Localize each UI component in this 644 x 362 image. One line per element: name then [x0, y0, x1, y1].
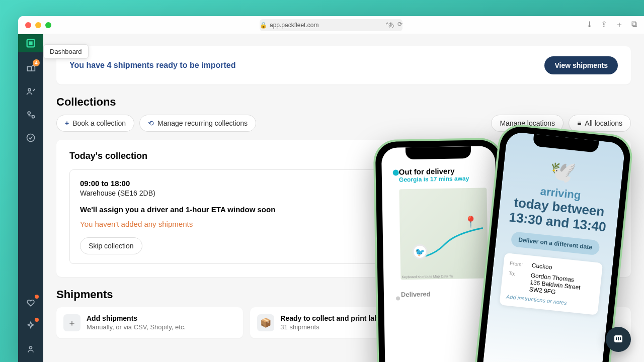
card-subtitle: 29 shipment	[474, 323, 513, 331]
collections-title: Collections	[56, 96, 631, 109]
notification-dot	[35, 295, 39, 299]
banner-message: You have 4 shipments ready to be importe…	[69, 61, 235, 70]
translate-icon[interactable]: ᴬあ	[386, 21, 394, 29]
import-banner: You have 4 shipments ready to be importe…	[56, 46, 631, 84]
collection-detail-box: 09:00 to 18:00 Warehouse (SE16 2DB) We'l…	[69, 169, 618, 264]
manage-locations-button[interactable]: Manage locations	[491, 115, 564, 132]
eta-message: We'll assign you a driver and 1-hour ETA…	[80, 205, 607, 214]
svg-rect-2	[27, 67, 31, 71]
svg-rect-11	[620, 337, 621, 340]
notification-dot	[35, 318, 39, 322]
new-tab-icon[interactable]: ＋	[615, 20, 623, 30]
manage-recurring-button[interactable]: ⟲ Manage recurring collections	[139, 115, 256, 132]
intercom-launcher[interactable]	[606, 327, 631, 352]
tabs-icon[interactable]: ⧉	[631, 20, 637, 30]
sidebar-item-favorites[interactable]	[24, 296, 38, 310]
url-text: app.packfleet.com	[270, 22, 318, 29]
window-minimize-button[interactable]	[35, 22, 41, 28]
card-title: Ready to collect and print labels	[280, 314, 388, 322]
sidebar-item-customers[interactable]	[24, 84, 38, 99]
truck-icon: 🚚	[451, 314, 468, 331]
svg-rect-9	[616, 337, 617, 340]
add-shipments-card[interactable]: ＋ Add shipments Manually, or via CSV, Sh…	[56, 307, 243, 338]
plus-icon: ＋	[63, 314, 80, 331]
sidebar-item-profile[interactable]	[24, 342, 38, 356]
all-locations-filter[interactable]: ≡ All locations	[569, 115, 631, 132]
card-title: On their wa	[474, 314, 513, 322]
sidebar: 4	[18, 34, 43, 362]
collection-time: 09:00 to 18:00	[80, 179, 607, 188]
browser-titlebar: 🔒 app.packfleet.com ᴬあ ⟳ ⤓ ⇪ ＋ ⧉	[18, 16, 644, 34]
card-subtitle: Manually, or via CSV, Shopify, etc.	[87, 323, 186, 331]
skip-collection-button[interactable]: Skip collection	[80, 237, 142, 254]
svg-rect-10	[618, 337, 619, 340]
svg-point-7	[30, 346, 32, 349]
window-close-button[interactable]	[25, 22, 31, 28]
svg-point-4	[28, 112, 30, 114]
on-their-way-card[interactable]: 🚚 On their wa 29 shipment	[444, 307, 631, 338]
ready-to-collect-card[interactable]: 📦 Ready to collect and print labels 31 s…	[250, 307, 437, 338]
collection-location: Warehouse (SE16 2DB)	[80, 189, 607, 197]
card-title: Add shipments	[87, 314, 186, 322]
box-icon: 📦	[257, 314, 274, 331]
today-title: Today's collection	[69, 151, 618, 161]
downloads-icon[interactable]: ⤓	[586, 20, 593, 30]
reload-icon[interactable]: ⟳	[397, 21, 403, 29]
app-logo[interactable]	[18, 34, 43, 52]
card-subtitle: 31 shipments	[280, 323, 388, 331]
main-content: You have 4 shipments ready to be importe…	[43, 34, 644, 362]
address-bar[interactable]: 🔒 app.packfleet.com ᴬあ ⟳	[260, 19, 403, 31]
sidebar-item-magic[interactable]	[24, 319, 38, 333]
svg-point-5	[32, 116, 35, 118]
shipments-title: Shipments	[56, 288, 631, 301]
svg-rect-1	[29, 41, 32, 45]
sidebar-item-tracking[interactable]	[24, 108, 38, 122]
svg-point-3	[28, 88, 31, 91]
book-collection-button[interactable]: + Book a collection	[56, 115, 134, 132]
sidebar-tooltip: Dashboard	[43, 44, 89, 59]
recurring-icon: ⟲	[148, 119, 154, 127]
filter-icon: ≡	[577, 119, 581, 127]
plus-icon: +	[65, 119, 69, 127]
todays-collection-card: Today's collection 09:00 to 18:00 Wareho…	[56, 140, 631, 277]
no-shipments-warning: You haven't added any shipments	[80, 220, 607, 228]
share-icon[interactable]: ⇪	[601, 20, 607, 30]
window-maximize-button[interactable]	[45, 22, 51, 28]
import-badge: 4	[33, 59, 40, 66]
lock-icon: 🔒	[260, 22, 267, 29]
sidebar-item-import[interactable]: 4	[24, 61, 38, 75]
view-shipments-button[interactable]: View shipments	[544, 56, 618, 74]
svg-point-6	[27, 134, 35, 142]
sidebar-item-check[interactable]	[24, 131, 38, 145]
